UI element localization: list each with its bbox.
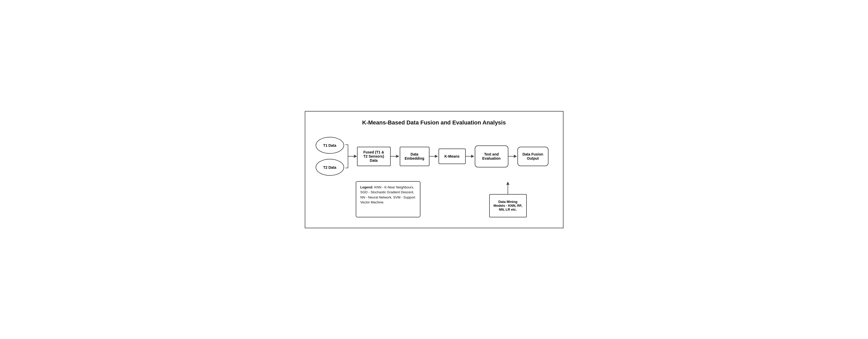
fused-sensors-node: Fused (T1 & T2 Sensors) Data	[357, 147, 391, 166]
data-fusion-output-node: Data Fusion Output	[518, 147, 549, 166]
svg-marker-8	[435, 155, 438, 158]
svg-marker-6	[396, 155, 399, 158]
flow-wrapper: T1 Data T2 Data Fused	[316, 136, 553, 217]
legend-spacer	[316, 181, 356, 217]
svg-marker-4	[354, 155, 357, 158]
svg-marker-12	[514, 155, 517, 158]
below-flow: Legend: KNN - K-Near Neighbours, SGD - S…	[316, 181, 553, 217]
data-embedding-node: Data Embedding	[400, 147, 430, 166]
right-spacer	[550, 181, 553, 217]
data-mining-node: Data Mining Models - KNN, RF, NN, LR etc…	[489, 194, 527, 217]
test-evaluation-node: Test and Evaluation	[475, 146, 508, 167]
legend-box: Legend: KNN - K-Near Neighbours, SGD - S…	[356, 181, 421, 217]
bracket-connector	[344, 136, 357, 177]
main-flow: T1 Data T2 Data Fused	[316, 136, 553, 177]
arrow-3	[466, 154, 475, 158]
diagram-title: K-Means-Based Data Fusion and Evaluation…	[316, 119, 553, 126]
ellipse-group: T1 Data T2 Data	[316, 137, 344, 176]
data-mining-section: Data Mining Models - KNN, RF, NN, LR etc…	[489, 181, 527, 217]
svg-marker-10	[471, 155, 474, 158]
arrow-2	[430, 154, 438, 158]
arrow-4	[508, 154, 518, 158]
svg-marker-14	[506, 182, 509, 185]
kmeans-node: K-Means	[438, 149, 466, 164]
diagram-container: K-Means-Based Data Fusion and Evaluation…	[305, 111, 563, 228]
middle-spacer	[421, 181, 489, 217]
vertical-arrow	[505, 181, 510, 194]
arrow-1	[391, 154, 400, 158]
t1-data-node: T1 Data	[316, 137, 344, 154]
t2-data-node: T2 Data	[316, 159, 344, 176]
